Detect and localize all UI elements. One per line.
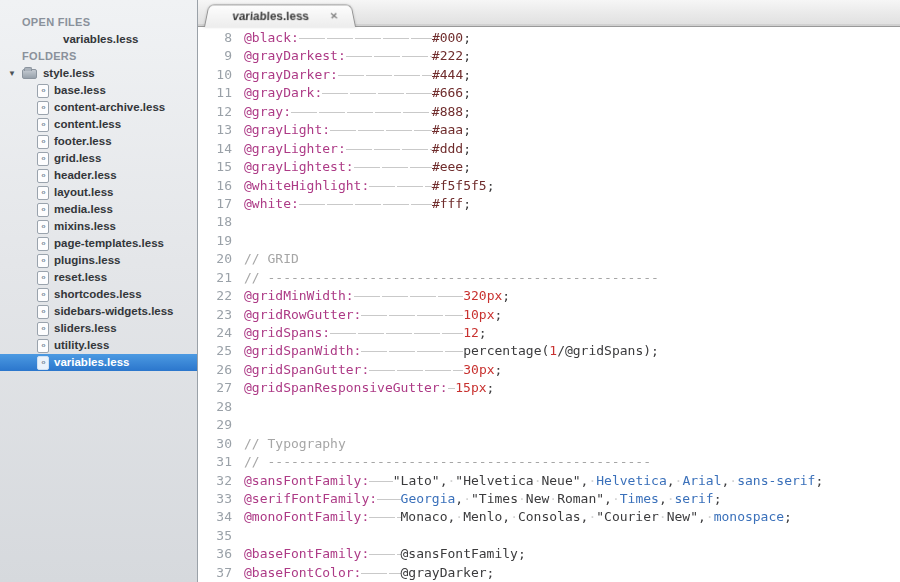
- file-tree: base.lesscontent-archive.lesscontent.les…: [0, 82, 197, 371]
- line-number: 13: [198, 121, 232, 139]
- code-line[interactable]: 28: [198, 398, 900, 416]
- code-line[interactable]: 20// GRID: [198, 250, 900, 268]
- code-token-var: @white:: [244, 196, 299, 211]
- file-label: sliders.less: [54, 320, 117, 337]
- line-number: 10: [198, 66, 232, 84]
- file-tree-item[interactable]: plugins.less: [0, 252, 197, 269]
- code-line[interactable]: 29: [198, 416, 900, 434]
- code-line[interactable]: 16@whiteHighlight:#f5f5f5;: [198, 177, 900, 195]
- code-line[interactable]: 24@gridSpans:12;: [198, 324, 900, 342]
- code-token-var: @grayLighter:: [244, 141, 346, 156]
- file-tree-item[interactable]: media.less: [0, 201, 197, 218]
- code-line[interactable]: 34@monoFontFamily:Monaco,·Menlo,·Consola…: [198, 508, 900, 526]
- line-content: @gray:#888;: [244, 104, 471, 119]
- code-token-hex: #222: [432, 48, 463, 63]
- code-token-pun: ;: [463, 30, 471, 45]
- file-tree-item[interactable]: mixins.less: [0, 218, 197, 235]
- code-line[interactable]: 23@gridRowGutter:10px;: [198, 306, 900, 324]
- code-line[interactable]: 30// Typography: [198, 435, 900, 453]
- file-tree-item[interactable]: footer.less: [0, 133, 197, 150]
- open-files-header: OPEN FILES: [0, 14, 197, 31]
- code-token-hex: #aaa: [432, 122, 463, 137]
- code-area[interactable]: 8@black:#000;9@grayDarkest:#222;10@grayD…: [198, 27, 900, 582]
- file-icon: [37, 237, 49, 251]
- code-line[interactable]: 12@gray:#888;: [198, 103, 900, 121]
- code-line[interactable]: 13@grayLight:#aaa;: [198, 121, 900, 139]
- line-number: 32: [198, 472, 232, 490]
- file-label: utility.less: [54, 337, 109, 354]
- code-token-pun: ;: [463, 159, 471, 174]
- tab-whitespace-guide: [330, 326, 463, 339]
- code-line[interactable]: 8@black:#000;: [198, 29, 900, 47]
- file-tree-item[interactable]: header.less: [0, 167, 197, 184]
- line-number: 8: [198, 29, 232, 47]
- file-tree-item[interactable]: sidebars-widgets.less: [0, 303, 197, 320]
- line-number: 27: [198, 379, 232, 397]
- code-line[interactable]: 36@baseFontFamily:@sansFontFamily;: [198, 545, 900, 563]
- code-token-sp: ·: [667, 491, 675, 506]
- code-line[interactable]: 35: [198, 527, 900, 545]
- code-token-str: "Courier: [596, 509, 659, 524]
- line-content: @gridSpanGutter:30px;: [244, 362, 502, 377]
- code-token-pun: ;: [463, 104, 471, 119]
- code-line[interactable]: 27@gridSpanResponsiveGutter:15px;: [198, 379, 900, 397]
- file-tree-item[interactable]: page-templates.less: [0, 235, 197, 252]
- line-content: // -------------------------------------…: [244, 454, 651, 469]
- code-line[interactable]: 21// -----------------------------------…: [198, 269, 900, 287]
- folder-row-style-less[interactable]: ▼ style.less: [0, 65, 197, 82]
- code-line[interactable]: 26@gridSpanGutter:30px;: [198, 361, 900, 379]
- file-tree-item[interactable]: content-archive.less: [0, 99, 197, 116]
- file-icon: [37, 220, 49, 234]
- tab-whitespace-guide: [346, 142, 432, 155]
- code-line[interactable]: 37@baseFontColor:@grayDarker;: [198, 564, 900, 582]
- tab-whitespace-guide: [369, 363, 463, 376]
- code-line[interactable]: 22@gridMinWidth:320px;: [198, 287, 900, 305]
- code-line[interactable]: 33@serifFontFamily:Georgia,·"Times·New·R…: [198, 490, 900, 508]
- code-line[interactable]: 32@sansFontFamily:"Lato",·"Helvetica·Neu…: [198, 472, 900, 490]
- line-content: @grayDarkest:#222;: [244, 48, 471, 63]
- file-tree-item[interactable]: reset.less: [0, 269, 197, 286]
- code-line[interactable]: 9@grayDarkest:#222;: [198, 47, 900, 65]
- file-tree-item[interactable]: sliders.less: [0, 320, 197, 337]
- file-label: header.less: [54, 167, 117, 184]
- tab-variables-less[interactable]: variables.less ✕: [204, 5, 356, 27]
- file-tree-item[interactable]: utility.less: [0, 337, 197, 354]
- file-tree-item[interactable]: content.less: [0, 116, 197, 133]
- line-number: 22: [198, 287, 232, 305]
- file-tree-item[interactable]: shortcodes.less: [0, 286, 197, 303]
- open-file-item[interactable]: variables.less: [0, 31, 197, 48]
- line-number: 16: [198, 177, 232, 195]
- tab-whitespace-guide: [346, 49, 432, 62]
- code-line[interactable]: 19: [198, 232, 900, 250]
- code-line[interactable]: 14@grayLighter:#ddd;: [198, 140, 900, 158]
- line-content: @gridRowGutter:10px;: [244, 307, 502, 322]
- file-tree-item[interactable]: layout.less: [0, 184, 197, 201]
- code-line[interactable]: 11@grayDark:#666;: [198, 84, 900, 102]
- line-number: 25: [198, 342, 232, 360]
- file-tree-item[interactable]: base.less: [0, 82, 197, 99]
- code-token-var: @gridMinWidth:: [244, 288, 354, 303]
- code-token-pun: ;: [487, 380, 495, 395]
- file-tree-item[interactable]: grid.less: [0, 150, 197, 167]
- line-number: 24: [198, 324, 232, 342]
- disclosure-triangle-icon[interactable]: ▼: [8, 65, 16, 82]
- code-line[interactable]: 10@grayDarker:#444;: [198, 66, 900, 84]
- file-icon: [37, 288, 49, 302]
- code-line[interactable]: 18: [198, 213, 900, 231]
- code-token-sp: ·: [706, 509, 714, 524]
- code-line[interactable]: 31// -----------------------------------…: [198, 453, 900, 471]
- file-label: content.less: [54, 116, 121, 133]
- code-token-pln: /@gridSpans): [557, 343, 651, 358]
- code-token-sp: ·: [612, 491, 620, 506]
- code-token-str: New": [667, 509, 698, 524]
- code-token-kw: Arial: [682, 473, 721, 488]
- sidebar-top-padding: [0, 0, 197, 14]
- code-line[interactable]: 15@grayLightest:#eee;: [198, 158, 900, 176]
- file-tree-item[interactable]: variables.less: [0, 354, 197, 371]
- file-icon: [37, 101, 49, 115]
- line-number: 18: [198, 213, 232, 231]
- code-line[interactable]: 25@gridSpanWidth:percentage(1/@gridSpans…: [198, 342, 900, 360]
- code-line[interactable]: 17@white:#fff;: [198, 195, 900, 213]
- tab-close-icon[interactable]: ✕: [329, 5, 341, 28]
- file-icon: [37, 254, 49, 268]
